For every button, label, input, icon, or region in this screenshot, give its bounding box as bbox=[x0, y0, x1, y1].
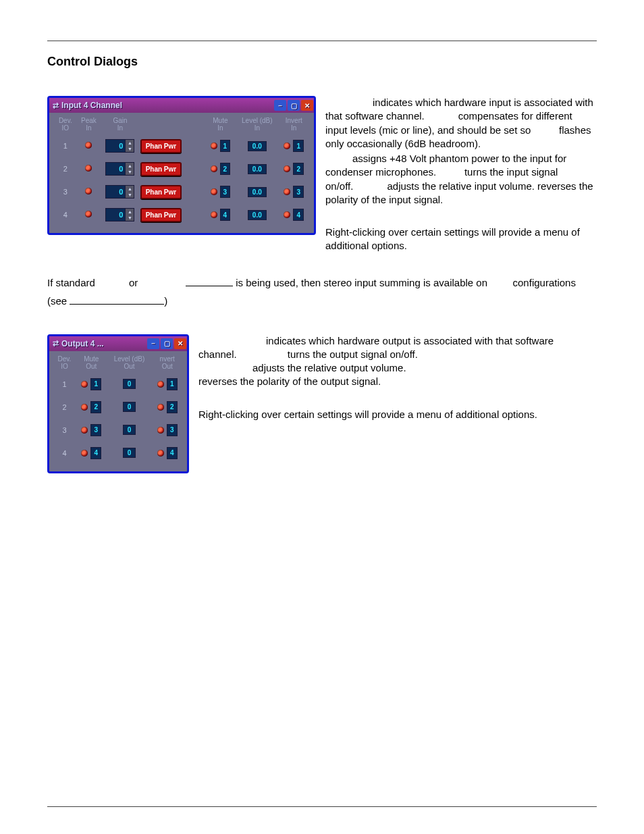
spin-down-icon[interactable]: ▼ bbox=[125, 169, 134, 175]
peak-led-icon bbox=[85, 211, 92, 217]
spin-down-icon[interactable]: ▼ bbox=[125, 146, 134, 152]
mute-toggle[interactable]: 2 bbox=[90, 401, 101, 413]
close-button[interactable]: ✕ bbox=[301, 100, 313, 111]
output-dialog-titlebar[interactable]: ⇄ Output 4 ... – ▢ ✕ bbox=[49, 336, 187, 351]
output-row: 2202 bbox=[53, 396, 183, 419]
invert-toggle[interactable]: 2 bbox=[293, 163, 304, 175]
level-field[interactable]: 0 bbox=[123, 425, 136, 435]
spin-up-icon[interactable]: ▲ bbox=[125, 140, 134, 146]
spin-up-icon[interactable]: ▲ bbox=[125, 209, 134, 215]
invert-toggle[interactable]: 1 bbox=[293, 140, 304, 152]
mute-toggle[interactable]: 3 bbox=[220, 186, 231, 198]
invert-led-icon bbox=[284, 165, 290, 172]
mute-led-icon bbox=[81, 450, 88, 457]
section-heading: Control Dialogs bbox=[47, 55, 597, 69]
dev-io-label: 3 bbox=[53, 426, 76, 434]
mute-toggle[interactable]: 4 bbox=[220, 209, 231, 221]
phantom-power-button[interactable]: Phan Pwr bbox=[140, 208, 182, 222]
col-header-phan bbox=[140, 117, 198, 132]
level-field[interactable]: 0.0 bbox=[248, 187, 267, 197]
gain-spinner[interactable]: 0▲▼ bbox=[105, 139, 134, 153]
output-row: 3303 bbox=[53, 419, 183, 442]
input-dialog-window: ⇄ Input 4 Channel – ▢ ✕ Dev.IO PeakIn Ga… bbox=[47, 96, 316, 235]
mute-toggle[interactable]: 1 bbox=[90, 378, 101, 390]
invert-toggle[interactable]: 3 bbox=[293, 186, 304, 198]
output-dialog-title: Output 4 ... bbox=[61, 339, 146, 348]
gain-spinner[interactable]: 0▲▼ bbox=[105, 185, 134, 199]
invert-led-icon bbox=[284, 188, 290, 195]
spin-up-icon[interactable]: ▲ bbox=[125, 186, 134, 192]
mute-led-icon bbox=[81, 381, 88, 388]
invert-toggle[interactable]: 2 bbox=[167, 401, 178, 413]
dev-io-label: 3 bbox=[53, 188, 78, 196]
mute-led-icon bbox=[211, 142, 217, 149]
swap-icon: ⇄ bbox=[49, 101, 61, 110]
close-button[interactable]: ✕ bbox=[174, 338, 186, 349]
gain-spinner[interactable]: 0▲▼ bbox=[105, 208, 134, 221]
level-field[interactable]: 0 bbox=[123, 448, 136, 458]
invert-toggle[interactable]: 4 bbox=[293, 209, 304, 221]
swap-icon: ⇄ bbox=[49, 339, 61, 348]
invert-led-icon bbox=[157, 450, 164, 457]
col-header-level: Level (dB)In bbox=[236, 117, 277, 132]
invert-led-icon bbox=[157, 404, 164, 411]
level-field[interactable]: 0.0 bbox=[248, 141, 267, 151]
dev-io-label: 1 bbox=[53, 142, 78, 150]
mute-toggle[interactable]: 2 bbox=[220, 163, 231, 175]
output-row: 1101 bbox=[53, 373, 183, 396]
maximize-button[interactable]: ▢ bbox=[161, 338, 173, 349]
dev-io-label: 4 bbox=[53, 211, 78, 219]
input-description-text: indicates which hardware input is associ… bbox=[325, 96, 597, 253]
level-field[interactable]: 0.0 bbox=[248, 164, 267, 174]
col-header-dev: Dev.IO bbox=[53, 117, 78, 132]
blank-field bbox=[186, 276, 233, 286]
level-field[interactable]: 0 bbox=[123, 379, 136, 389]
col-header-level: Level (dB)Out bbox=[107, 355, 152, 370]
level-field[interactable]: 0.0 bbox=[248, 210, 267, 220]
col-header-dev: Dev.IO bbox=[53, 355, 76, 370]
dev-io-label: 2 bbox=[53, 165, 78, 173]
spin-up-icon[interactable]: ▲ bbox=[125, 163, 134, 169]
mute-led-icon bbox=[81, 427, 88, 434]
peak-led-icon bbox=[85, 188, 92, 194]
output-row: 4404 bbox=[53, 442, 183, 465]
invert-led-icon bbox=[157, 427, 164, 434]
col-header-invert: InvertIn bbox=[278, 117, 311, 132]
spin-down-icon[interactable]: ▼ bbox=[125, 192, 134, 198]
dev-io-label: 2 bbox=[53, 403, 76, 411]
minimize-button[interactable]: – bbox=[274, 100, 286, 111]
spin-down-icon[interactable]: ▼ bbox=[125, 215, 134, 221]
invert-toggle[interactable]: 3 bbox=[167, 424, 178, 436]
invert-led-icon bbox=[157, 381, 164, 388]
minimize-button[interactable]: – bbox=[147, 338, 159, 349]
phantom-power-button[interactable]: Phan Pwr bbox=[140, 185, 182, 199]
stereo-summing-note: If standard or is being used, then stere… bbox=[47, 273, 597, 310]
col-header-mute: MuteIn bbox=[205, 117, 237, 132]
output-description-text: indicates which hardware output is assoc… bbox=[198, 334, 597, 421]
mute-led-icon bbox=[211, 211, 217, 218]
input-dialog-titlebar[interactable]: ⇄ Input 4 Channel – ▢ ✕ bbox=[49, 98, 314, 113]
level-field[interactable]: 0 bbox=[123, 402, 136, 412]
phantom-power-button[interactable]: Phan Pwr bbox=[140, 162, 182, 176]
phantom-power-button[interactable]: Phan Pwr bbox=[140, 139, 182, 153]
input-row: 20▲▼Phan Pwr20.02 bbox=[53, 157, 310, 180]
mute-toggle[interactable]: 4 bbox=[90, 447, 101, 459]
mute-led-icon bbox=[211, 188, 217, 195]
invert-toggle[interactable]: 4 bbox=[167, 447, 178, 459]
mute-toggle[interactable]: 3 bbox=[90, 424, 101, 436]
dev-io-label: 4 bbox=[53, 449, 76, 457]
col-header-mute: MuteOut bbox=[76, 355, 107, 370]
maximize-button[interactable]: ▢ bbox=[288, 100, 300, 111]
peak-led-icon bbox=[85, 142, 92, 149]
invert-toggle[interactable]: 1 bbox=[167, 378, 178, 390]
output-dialog-window: ⇄ Output 4 ... – ▢ ✕ Dev.IO MuteOut Leve… bbox=[47, 334, 189, 473]
col-header-gain: GainIn bbox=[100, 117, 140, 132]
dev-io-label: 1 bbox=[53, 380, 76, 388]
mute-led-icon bbox=[81, 404, 88, 411]
gain-spinner[interactable]: 0▲▼ bbox=[105, 162, 134, 176]
invert-led-icon bbox=[284, 142, 290, 149]
input-row: 10▲▼Phan Pwr10.01 bbox=[53, 134, 310, 157]
input-dialog-title: Input 4 Channel bbox=[61, 101, 273, 110]
blank-field bbox=[70, 294, 164, 305]
mute-toggle[interactable]: 1 bbox=[220, 140, 231, 152]
